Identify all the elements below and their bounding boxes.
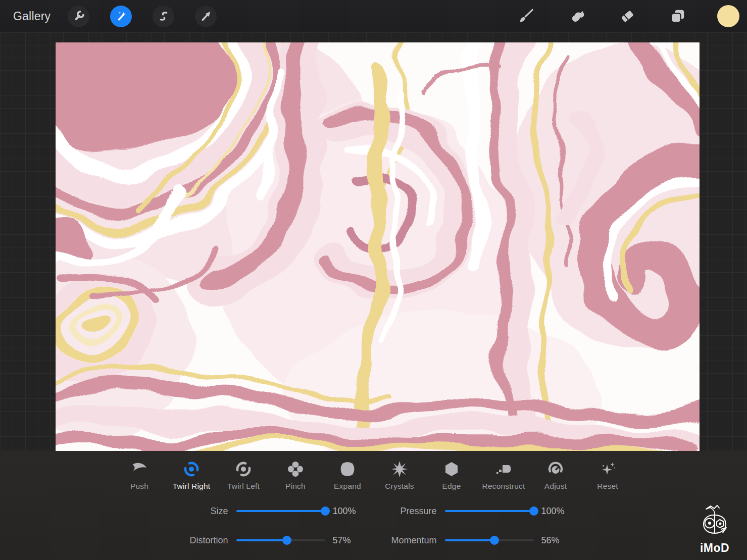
slider-value: 100% <box>541 506 571 517</box>
liquify-mode-reset[interactable]: Reset <box>582 460 634 491</box>
twirl-left-icon <box>235 460 252 478</box>
liquify-mode-label: Crystals <box>385 482 414 491</box>
slider-label: Momentum <box>385 535 437 546</box>
pressure-slider-track[interactable] <box>445 510 534 513</box>
liquify-mode-twirl-right[interactable]: Twirl Right <box>166 460 218 491</box>
size-slider-track[interactable] <box>236 510 325 513</box>
toolbar-right-group <box>487 5 747 27</box>
liquify-mode-reconstruct[interactable]: Reconstruct <box>478 460 530 491</box>
momentum-slider-thumb[interactable] <box>490 536 499 545</box>
smudge-icon <box>569 8 585 24</box>
momentum-slider: Momentum 56% <box>385 532 571 548</box>
push-icon <box>131 460 147 478</box>
distortion-slider: Distortion 57% <box>177 532 362 548</box>
size-slider: Size 100% <box>177 503 362 519</box>
pressure-slider: Pressure 100% <box>385 503 571 519</box>
twirl-right-icon <box>183 460 200 478</box>
paint-tool-button[interactable] <box>515 5 537 27</box>
liquify-slider-grid: Size 100% Pressure 100% Distortion 57% M… <box>0 503 747 548</box>
slider-value: 57% <box>333 535 362 546</box>
liquify-mode-edge[interactable]: Edge <box>426 460 478 491</box>
edge-icon <box>443 460 460 478</box>
actions-button[interactable] <box>68 6 89 27</box>
liquify-mode-expand[interactable]: Expand <box>322 460 374 491</box>
gallery-button[interactable]: Gallery <box>13 10 51 23</box>
artwork-canvas[interactable] <box>56 42 700 451</box>
magic-wand-icon <box>115 10 127 23</box>
slider-label: Size <box>177 506 228 517</box>
liquify-mode-label: Edge <box>442 482 461 491</box>
workspace-grid <box>0 32 747 451</box>
liquify-mode-label: Pinch <box>285 482 306 491</box>
eraser-icon <box>619 8 635 24</box>
brush-icon <box>518 8 534 24</box>
liquify-mode-label: Twirl Left <box>227 482 260 491</box>
liquify-mode-label: Push <box>130 482 148 491</box>
liquify-mode-label: Reconstruct <box>482 482 525 491</box>
transform-button[interactable] <box>195 6 217 27</box>
slider-value: 56% <box>541 535 571 546</box>
liquify-mode-twirl-left[interactable]: Twirl Left <box>218 460 270 491</box>
liquify-mode-crystals[interactable]: Crystals <box>374 460 426 491</box>
momentum-slider-track[interactable] <box>445 539 534 542</box>
liquify-mode-adjust[interactable]: Adjust <box>530 460 582 491</box>
adjustments-button[interactable] <box>110 6 132 27</box>
top-toolbar: Gallery <box>0 0 747 32</box>
liquify-panel: Push Twirl Right Twirl Left Pinch Expand… <box>0 451 747 560</box>
liquify-mode-label: Reset <box>597 482 618 491</box>
smudge-tool-button[interactable] <box>566 5 588 27</box>
slider-label: Distortion <box>177 535 228 546</box>
liquify-mode-pinch[interactable]: Pinch <box>270 460 322 491</box>
erase-tool-button[interactable] <box>616 5 638 27</box>
reconstruct-icon <box>495 460 512 478</box>
liquify-mode-row: Push Twirl Right Twirl Left Pinch Expand… <box>0 451 747 491</box>
marble-artwork <box>56 42 700 451</box>
slider-label: Pressure <box>385 506 437 517</box>
crystals-icon <box>391 460 408 478</box>
pinch-icon <box>287 460 304 478</box>
layers-icon <box>670 8 686 24</box>
selection-s-icon <box>158 10 170 22</box>
liquify-mode-label: Twirl Right <box>173 482 211 491</box>
liquify-mode-label: Expand <box>334 482 361 491</box>
transform-arrow-icon <box>200 10 212 22</box>
toolbar-left-group: Gallery <box>0 6 217 27</box>
layers-tool-button[interactable] <box>667 5 689 27</box>
reset-icon <box>599 460 616 478</box>
slider-value: 100% <box>333 506 362 517</box>
liquify-mode-push[interactable]: Push <box>114 460 166 491</box>
distortion-slider-thumb[interactable] <box>282 536 291 545</box>
pressure-slider-thumb[interactable] <box>529 506 538 516</box>
distortion-slider-track[interactable] <box>236 539 325 542</box>
procreate-screen: Gallery <box>0 0 747 560</box>
expand-icon <box>339 460 356 478</box>
wrench-icon <box>73 10 85 22</box>
size-slider-thumb[interactable] <box>321 506 330 516</box>
liquify-mode-label: Adjust <box>544 482 567 491</box>
color-button[interactable] <box>717 5 739 27</box>
adjust-icon <box>547 460 564 478</box>
imod-owl-icon <box>699 504 730 540</box>
imod-watermark: iMoD <box>696 504 733 555</box>
imod-watermark-label: iMoD <box>696 541 733 555</box>
selection-button[interactable] <box>153 6 174 27</box>
